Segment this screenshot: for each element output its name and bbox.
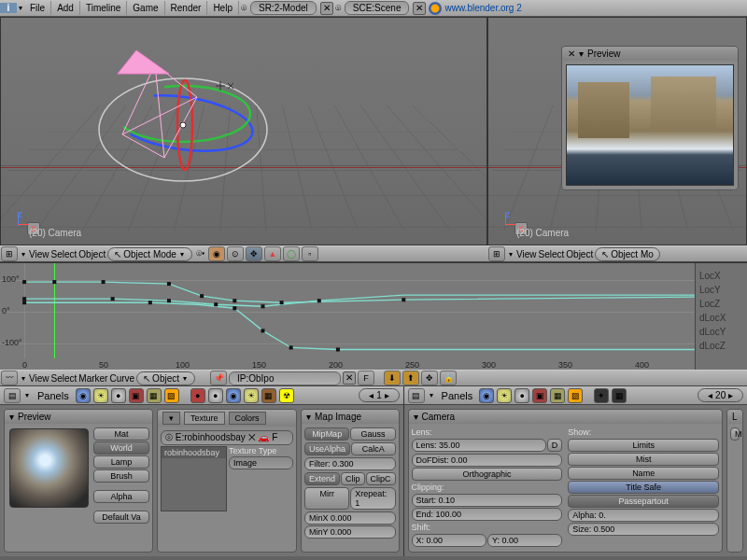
collapse-icon[interactable]: ▾ <box>9 412 14 422</box>
ipo-datablock-field[interactable]: IP:ObIpo <box>229 371 341 385</box>
orthographic-button[interactable]: Orthographic <box>412 468 563 481</box>
passepartout-alpha-field[interactable]: Alpha: 0. <box>568 509 719 522</box>
editor-type-dropdown-icon[interactable]: ▾ <box>17 4 24 12</box>
menu-view[interactable]: View <box>29 373 49 384</box>
xrepeat-field[interactable]: Xrepeat: 1 <box>350 487 395 510</box>
mirror-button[interactable]: Mirr <box>304 487 349 510</box>
ipo-editor[interactable]: 100° 0° -100° 0 50 100 150 200 250 300 3… <box>0 262 747 370</box>
mode-selector[interactable]: ↖Object Mode▾ <box>107 247 192 261</box>
size-field[interactable]: Size: 0.500 <box>568 523 719 536</box>
preview-default-button[interactable]: Default Va <box>93 511 149 524</box>
context-icon[interactable]: ☀ <box>497 388 512 403</box>
texture-type-select[interactable]: Image <box>229 456 293 469</box>
subcontext-icon[interactable]: ▦ <box>612 388 627 403</box>
clip-end-field[interactable]: End: 100.00 <box>412 508 563 521</box>
texture-slot-item[interactable]: robinhoodsbay <box>162 447 226 458</box>
context-logic-icon[interactable]: ◉ <box>76 388 91 403</box>
editor-type-icon[interactable]: ▤ <box>4 388 21 403</box>
lens-d-button[interactable]: D <box>547 439 563 452</box>
snap-icon[interactable]: ✥ <box>421 371 438 385</box>
key-icon[interactable]: ⬆ <box>402 371 419 385</box>
screen-close-icon[interactable]: ✕ <box>320 2 333 15</box>
collapse-icon[interactable]: ▾ <box>579 49 584 59</box>
shift-y-field[interactable]: Y: 0.00 <box>487 534 562 547</box>
show-limits-button[interactable]: Limits <box>568 439 719 452</box>
dropdown-icon[interactable]: ▾ <box>20 374 27 383</box>
frame-spinner[interactable]: ◂ 1 ▸ <box>359 388 399 402</box>
channel-item[interactable]: dLocZ <box>699 339 743 353</box>
lock-icon[interactable]: 🔒 <box>440 371 457 385</box>
menu-render[interactable]: Render <box>165 1 208 15</box>
viewport-3d-left[interactable]: zx (20) Camera <box>0 17 487 245</box>
show-name-button[interactable]: Name <box>568 467 719 480</box>
editor-type-icon[interactable]: ⊞ <box>1 246 18 261</box>
channel-item[interactable]: LocZ <box>699 297 743 311</box>
context-icon[interactable]: ▦ <box>550 388 565 403</box>
screen-layout-field[interactable]: SR:2-Model <box>250 1 317 15</box>
dropdown-icon[interactable]: ▾ <box>23 391 31 399</box>
scene-field[interactable]: SCE:Scene <box>345 1 410 15</box>
context-icon[interactable]: ▣ <box>532 388 547 403</box>
subcontext-icon[interactable]: ▦ <box>261 388 276 403</box>
preview-lamp-button[interactable]: Lamp <box>93 455 149 469</box>
lens-field[interactable]: Lens: 35.00 <box>412 439 546 452</box>
collapse-icon[interactable]: ▾ <box>162 412 180 425</box>
pin-icon[interactable]: 📌 <box>210 371 227 385</box>
menu-object[interactable]: Object <box>566 249 593 259</box>
context-object-icon[interactable]: ▣ <box>129 388 144 403</box>
subcontext-icon[interactable]: ◉ <box>226 388 241 403</box>
dropdown-icon[interactable]: ▾ <box>428 391 435 399</box>
channel-item[interactable]: LocY <box>699 283 743 297</box>
context-icon[interactable]: ◉ <box>479 388 494 403</box>
menu-select[interactable]: Select <box>51 249 78 259</box>
preview-alpha-button[interactable]: Alpha <box>93 490 149 503</box>
info-icon[interactable]: i <box>0 3 17 13</box>
ipo-curves[interactable] <box>0 263 695 360</box>
manipulator-gizmo[interactable] <box>76 50 290 190</box>
channel-item[interactable]: LocX <box>699 269 743 283</box>
menu-view[interactable]: View <box>29 249 49 259</box>
render-preview-panel[interactable]: ✕▾Preview <box>561 46 739 190</box>
menu-select[interactable]: Select <box>51 373 78 384</box>
context-scene-icon[interactable]: ▨ <box>164 388 179 403</box>
close-icon[interactable]: ✕ <box>568 49 575 59</box>
gauss-button[interactable]: Gauss <box>350 427 395 441</box>
texture-slot-list[interactable]: robinhoodsbay <box>161 446 227 511</box>
ipo-type-selector[interactable]: ↖Object▾ <box>136 371 195 385</box>
editor-type-icon[interactable]: ⊞ <box>488 246 505 261</box>
passepartout-button[interactable]: Passepartout <box>568 495 719 508</box>
dropdown-icon[interactable]: ⦾▾ <box>194 249 206 259</box>
preview-mat-button[interactable]: Mat <box>93 427 149 441</box>
dropdown-icon[interactable]: ▾ <box>20 250 27 259</box>
context-icon[interactable]: ▨ <box>568 388 583 403</box>
menu-timeline[interactable]: Timeline <box>80 1 127 15</box>
shift-x-field[interactable]: X: 0.00 <box>412 534 486 547</box>
context-shading-icon[interactable]: ● <box>111 388 126 403</box>
tab-texture[interactable]: Texture <box>184 412 225 425</box>
frame-spinner[interactable]: ◂ 20 ▸ <box>698 388 743 402</box>
miny-field[interactable]: MinY 0.000 <box>304 525 396 539</box>
collapse-icon[interactable]: ▾ <box>306 412 311 422</box>
show-mist-button[interactable]: Mist <box>568 453 719 466</box>
subcontext-icon[interactable]: ✦ <box>594 388 609 403</box>
clip-start-field[interactable]: Start: 0.10 <box>412 494 563 507</box>
preview-brush-button[interactable]: Brush <box>93 469 149 483</box>
tab-colors[interactable]: Colors <box>229 412 266 425</box>
m-button[interactable]: M <box>730 427 740 441</box>
show-titlesafe-button[interactable]: Title Safe <box>568 481 719 494</box>
key-icon[interactable]: ⬇ <box>384 371 401 385</box>
dropdown-icon[interactable]: ▾ <box>507 250 514 259</box>
minx-field[interactable]: MinX 0.000 <box>304 511 396 525</box>
screen-browse-icon[interactable]: ⦾ <box>239 4 248 13</box>
subcontext-icon[interactable]: ● <box>190 388 205 403</box>
scene-browse-icon[interactable]: ⦾ <box>333 4 343 13</box>
preview-world-button[interactable]: World <box>93 441 149 455</box>
viewport-3d-right[interactable]: ✕▾Preview zx (20) Camera <box>487 17 747 245</box>
menu-select[interactable]: Select <box>539 249 565 259</box>
usealpha-button[interactable]: UseAlpha <box>304 442 350 455</box>
context-script-icon[interactable]: ☀ <box>93 388 108 403</box>
menu-curve[interactable]: Curve <box>109 373 134 384</box>
menu-file[interactable]: File <box>24 1 51 15</box>
pivot-icon[interactable]: ⊙ <box>227 246 244 261</box>
channel-item[interactable]: dLocY <box>699 325 743 339</box>
